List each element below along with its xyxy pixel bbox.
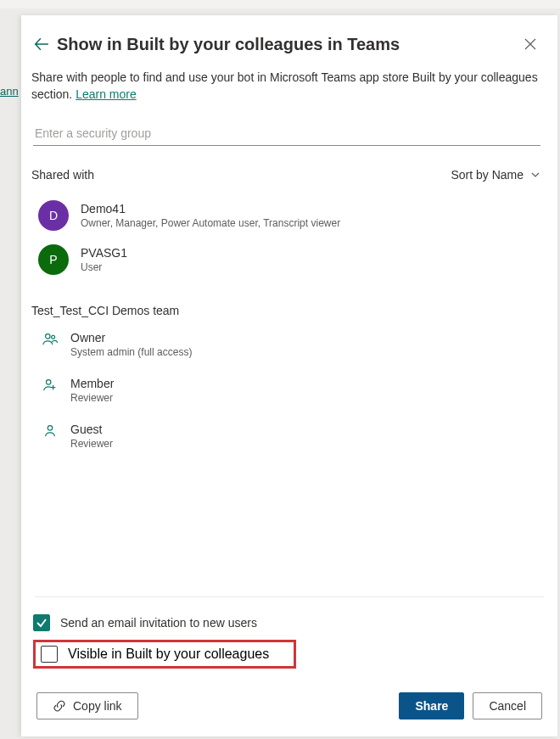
person-icon	[42, 423, 59, 439]
role-name: Guest	[70, 423, 113, 436]
item-text: PVASG1 User	[81, 246, 127, 273]
visible-option-highlight: Visible in Built by your colleagues	[33, 640, 296, 669]
close-button[interactable]	[520, 34, 540, 54]
people-icon	[42, 331, 59, 348]
sidebar-text: ann	[0, 85, 19, 98]
list-item[interactable]: D Demo41 Owner, Manager, Power Automate …	[38, 193, 540, 238]
visible-label: Visible in Built by your colleagues	[68, 647, 269, 662]
share-label: Share	[415, 699, 448, 713]
close-icon	[524, 38, 536, 50]
item-name: PVASG1	[81, 246, 127, 260]
panel-subtext: Share with people to find and use your b…	[21, 59, 557, 103]
security-group-input[interactable]	[33, 121, 540, 146]
app-background: ann Show in Built by your colleagues in …	[0, 0, 560, 739]
item-roles: Owner, Manager, Power Automate user, Tra…	[81, 217, 340, 229]
shared-with-label: Shared with	[31, 168, 94, 182]
svg-point-3	[48, 426, 52, 430]
panel-title: Show in Built by your colleagues in Team…	[57, 35, 520, 54]
spacer	[21, 458, 557, 596]
back-button[interactable]	[30, 32, 53, 56]
panel-header: Show in Built by your colleagues in Team…	[21, 15, 557, 59]
share-panel: Show in Built by your colleagues in Team…	[21, 15, 557, 736]
svg-point-1	[52, 336, 55, 339]
checkbox-unchecked[interactable]	[41, 646, 58, 663]
arrow-left-icon	[34, 36, 49, 52]
send-email-option[interactable]: Send an email invitation to new users	[33, 611, 546, 635]
person-add-icon	[42, 377, 59, 394]
cancel-label: Cancel	[489, 699, 526, 713]
role-desc: Reviewer	[70, 392, 114, 404]
link-icon	[53, 699, 66, 713]
options-section: Send an email invitation to new users Vi…	[21, 597, 557, 677]
cancel-button[interactable]: Cancel	[473, 692, 542, 719]
role-text: Owner System admin (full access)	[70, 331, 192, 358]
svg-point-0	[46, 334, 50, 339]
panel-footer: Copy link Share Cancel	[21, 677, 557, 736]
sidebar-stub: ann	[0, 85, 21, 424]
sort-label: Sort by Name	[451, 168, 524, 182]
send-email-label: Send an email invitation to new users	[60, 616, 257, 630]
checkbox-checked[interactable]	[33, 614, 50, 631]
list-item[interactable]: P PVASG1 User	[38, 238, 540, 282]
sort-dropdown[interactable]: Sort by Name	[451, 168, 540, 182]
role-name: Owner	[70, 331, 192, 344]
copy-link-label: Copy link	[73, 699, 122, 713]
role-name: Member	[70, 377, 114, 390]
role-text: Member Reviewer	[70, 377, 114, 404]
shared-list: D Demo41 Owner, Manager, Power Automate …	[21, 188, 557, 282]
chevron-down-icon	[530, 170, 540, 180]
role-item-owner[interactable]: Owner System admin (full access)	[21, 321, 557, 367]
search-wrap	[21, 103, 557, 148]
role-item-guest[interactable]: Guest Reviewer	[21, 412, 557, 458]
team-name: Test_Test_CCI Demos team	[21, 282, 557, 321]
role-desc: Reviewer	[70, 438, 113, 450]
checkmark-icon	[36, 617, 48, 629]
role-text: Guest Reviewer	[70, 423, 113, 450]
copy-link-button[interactable]: Copy link	[36, 692, 138, 719]
share-button[interactable]: Share	[399, 692, 464, 719]
role-desc: System admin (full access)	[70, 346, 192, 358]
item-roles: User	[81, 261, 127, 273]
learn-more-link[interactable]: Learn more	[76, 87, 137, 101]
role-item-member[interactable]: Member Reviewer	[21, 367, 557, 412]
item-name: Demo41	[81, 202, 340, 216]
topbar-stub	[0, 0, 560, 8]
svg-point-2	[47, 380, 51, 384]
item-text: Demo41 Owner, Manager, Power Automate us…	[81, 202, 340, 229]
avatar: P	[38, 244, 69, 275]
avatar: D	[38, 200, 69, 231]
shared-with-header: Shared with Sort by Name	[21, 148, 557, 188]
team-roles: Owner System admin (full access) Member …	[21, 321, 557, 458]
